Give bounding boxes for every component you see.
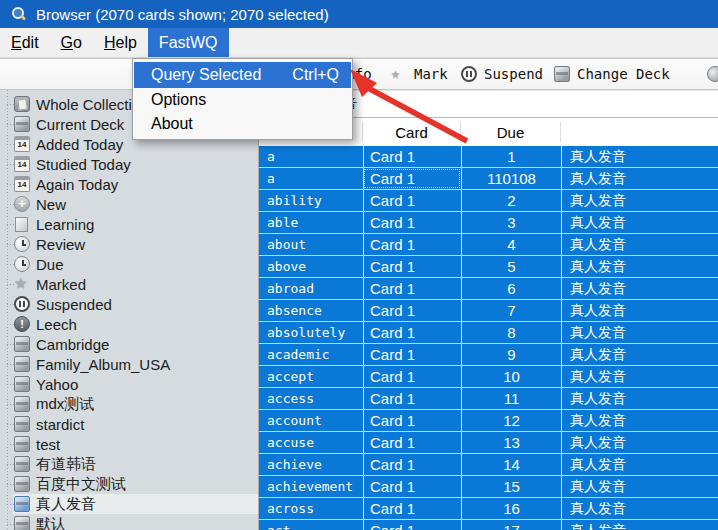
card-cell: Card 1: [363, 520, 461, 530]
table-row[interactable]: absence Card 1 7 真人发音: [259, 300, 718, 322]
deck-blue-icon: [14, 496, 30, 512]
table-row[interactable]: ability Card 1 2 真人发音: [259, 190, 718, 212]
sidebar-item[interactable]: Due: [0, 254, 258, 274]
deck-icon: [14, 456, 30, 472]
partial-toolbar-icon: [707, 66, 718, 82]
card-cell: Card 1: [363, 300, 461, 321]
deck-icon: [14, 516, 30, 530]
deck-cell: 真人发音: [561, 432, 718, 453]
table-row[interactable]: act Card 1 17 真人发音: [259, 520, 718, 530]
toolbar-partial-button[interactable]: [707, 59, 718, 89]
card-cell: Card 1: [363, 476, 461, 497]
sidebar-item[interactable]: Again Today: [0, 174, 258, 194]
table-row[interactable]: a Card 1 1 真人发音: [259, 146, 718, 168]
title-bar: Browser (2070 cards shown; 2070 selected…: [0, 0, 718, 28]
sidebar-item-label: mdx测试: [36, 395, 94, 414]
card-cell: Card 1: [363, 366, 461, 387]
sidebar-item[interactable]: 真人发音: [0, 494, 258, 514]
menu-item-query-selected[interactable]: Query Selected Ctrl+Q: [134, 62, 351, 88]
sidebar-item[interactable]: Marked: [0, 274, 258, 294]
sidebar-item-label: 真人发音: [36, 495, 96, 514]
menu-go[interactable]: Go: [50, 28, 93, 57]
header-card[interactable]: Card: [363, 122, 461, 142]
deck-icon: [14, 416, 30, 432]
sidebar-item[interactable]: Leech: [0, 314, 258, 334]
table-row[interactable]: abroad Card 1 6 真人发音: [259, 278, 718, 300]
sidebar-item[interactable]: 默认: [0, 514, 258, 530]
sort-field-cell: a: [259, 146, 363, 167]
table-row[interactable]: across Card 1 16 真人发音: [259, 498, 718, 520]
table-row[interactable]: access Card 1 11 真人发音: [259, 388, 718, 410]
sidebar-item[interactable]: Suspended: [0, 294, 258, 314]
table-row[interactable]: account Card 1 12 真人发音: [259, 410, 718, 432]
sidebar-item-label: stardict: [36, 416, 84, 433]
deck-icon: [554, 66, 570, 82]
sidebar-item-label: 默认: [36, 515, 66, 530]
deck-cell: 真人发音: [561, 146, 718, 167]
sidebar-item[interactable]: Cambridge: [0, 334, 258, 354]
sidebar-item[interactable]: stardict: [0, 414, 258, 434]
deck-icon: [14, 476, 30, 492]
deck-cell: 真人发音: [561, 454, 718, 475]
sidebar-item[interactable]: mdx测试: [0, 394, 258, 414]
deck-icon: [14, 436, 30, 452]
sidebar-item[interactable]: 有道韩语: [0, 454, 258, 474]
sidebar-item[interactable]: Review: [0, 234, 258, 254]
card-cell: Card 1: [363, 146, 461, 167]
toolbar-mark-button[interactable]: Mark: [391, 59, 448, 89]
deck-cell: 真人发音: [561, 498, 718, 519]
menu-item-about[interactable]: About: [134, 112, 351, 136]
header-deck[interactable]: [561, 122, 718, 142]
star-icon: [391, 66, 407, 82]
due-cell: 2: [461, 190, 561, 211]
due-cell: 14: [461, 454, 561, 475]
menu-help[interactable]: Help: [93, 28, 148, 57]
sidebar-item-label: Again Today: [36, 176, 118, 193]
table-row[interactable]: accuse Card 1 13 真人发音: [259, 432, 718, 454]
sidebar-item[interactable]: Family_Album_USA: [0, 354, 258, 374]
table-row[interactable]: above Card 1 5 真人发音: [259, 256, 718, 278]
table-row[interactable]: achieve Card 1 14 真人发音: [259, 454, 718, 476]
menu-fastwq[interactable]: FastWQ: [148, 28, 229, 57]
due-cell: 3: [461, 212, 561, 233]
pause-circle-icon: [461, 66, 477, 82]
toolbar-change-deck-button[interactable]: Change Deck: [554, 59, 670, 89]
table-row[interactable]: absolutely Card 1 8 真人发音: [259, 322, 718, 344]
change-deck-label: Change Deck: [577, 66, 670, 82]
menu-item-options[interactable]: Options: [134, 88, 351, 112]
due-cell: 110108: [461, 168, 561, 189]
menu-edit[interactable]: Edit: [0, 28, 50, 57]
table-row[interactable]: accept Card 1 10 真人发音: [259, 366, 718, 388]
window-title: Browser (2070 cards shown; 2070 selected…: [36, 6, 329, 23]
sort-field-cell: absence: [259, 300, 363, 321]
card-cell: Card 1: [363, 212, 461, 233]
calendar-icon: [14, 176, 30, 192]
table-row[interactable]: academic Card 1 9 真人发音: [259, 344, 718, 366]
sort-field-cell: accept: [259, 366, 363, 387]
sidebar-item[interactable]: 百度中文测试: [0, 474, 258, 494]
sidebar-item[interactable]: Learning: [0, 214, 258, 234]
table-row[interactable]: able Card 1 3 真人发音: [259, 212, 718, 234]
sidebar-item-label: Current Deck: [36, 116, 124, 133]
due-cell: 5: [461, 256, 561, 277]
sidebar-item-label: test: [36, 436, 60, 453]
due-cell: 4: [461, 234, 561, 255]
table-row[interactable]: a Card 1 110108 真人发音: [259, 168, 718, 190]
deck-cell: 真人发音: [561, 256, 718, 277]
sidebar-item[interactable]: Studied Today: [0, 154, 258, 174]
sort-field-cell: accuse: [259, 432, 363, 453]
table-row[interactable]: about Card 1 4 真人发音: [259, 234, 718, 256]
table-row[interactable]: achievement Card 1 15 真人发音: [259, 476, 718, 498]
fastwq-dropdown-menu: Query Selected Ctrl+Q Options About: [132, 58, 353, 140]
header-due[interactable]: Due: [461, 122, 561, 142]
sidebar-item[interactable]: test: [0, 434, 258, 454]
sidebar-item[interactable]: New: [0, 194, 258, 214]
sidebar-item[interactable]: Yahoo: [0, 374, 258, 394]
card-cell: Card 1: [363, 256, 461, 277]
toolbar-suspend-button[interactable]: Suspend: [461, 59, 543, 89]
calendar-icon: [14, 156, 30, 172]
sort-field-cell: account: [259, 410, 363, 431]
menu-bar: Edit Go Help FastWQ: [0, 28, 718, 58]
due-cell: 12: [461, 410, 561, 431]
card-cell: Card 1: [363, 234, 461, 255]
